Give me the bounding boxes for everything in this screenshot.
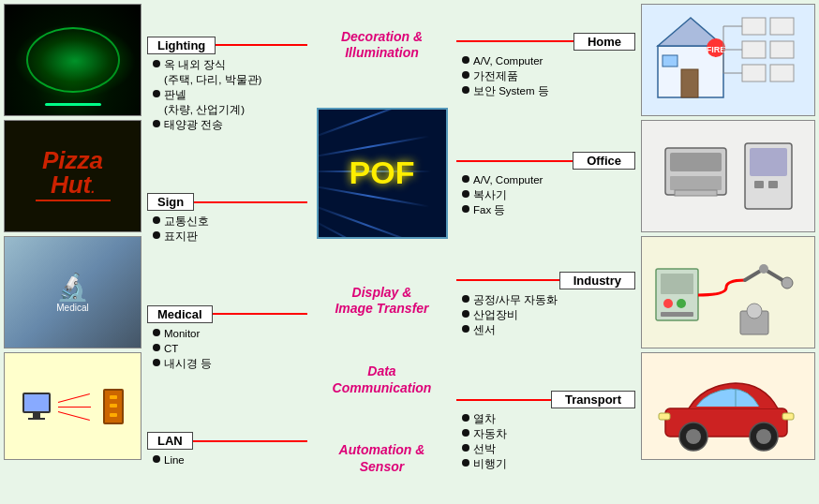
svg-rect-22 (754, 181, 764, 188)
left-categories-column: Lighting 옥 내외 장식 (주택, 다리, 박물관) 판넬 (차량, 산… (145, 0, 309, 504)
bullet-dot (462, 325, 469, 333)
svg-point-32 (782, 277, 793, 289)
fiber-line (317, 203, 424, 239)
bullet-item: 열차 (462, 411, 635, 426)
lan-label: LAN (147, 432, 193, 450)
svg-rect-2 (681, 69, 698, 97)
center-label-automation: Automation &Sensor (339, 442, 425, 475)
transport-image (641, 352, 815, 460)
medical-category: Medical Monitor CT 내시경 등 (147, 305, 307, 371)
office-image (641, 120, 815, 232)
bullet-item: Monitor (153, 326, 307, 341)
office-diagram-svg (651, 125, 806, 228)
svg-rect-6 (742, 18, 766, 35)
bullet-item: 내시경 등 (153, 356, 307, 371)
pizza-hut-image: Pizza Hut. (4, 120, 141, 232)
svg-rect-8 (742, 41, 766, 58)
bullet-item: 보안 System 등 (462, 83, 635, 98)
lan-category: LAN Line (147, 432, 307, 467)
svg-rect-18 (670, 176, 722, 190)
svg-rect-10 (742, 65, 766, 82)
bullet-dot (462, 86, 469, 94)
svg-point-34 (747, 304, 762, 319)
transport-diagram-svg (651, 357, 806, 455)
bullet-item: 가전제품 (462, 68, 635, 83)
medical-image: 🔬 Medical (4, 236, 141, 348)
bullet-dot (153, 90, 160, 97)
bullet-dot (462, 310, 469, 318)
industry-bullets: 공정/사무 자동화 산업장비 센서 (456, 292, 635, 337)
left-images-column: Pizza Hut. 🔬 Medical (0, 0, 145, 504)
bullet-dot (462, 190, 469, 198)
fiber-line (317, 108, 424, 140)
bullet-dot (153, 455, 160, 463)
bullet-item: CT (153, 341, 307, 356)
bullet-item: A/V, Computer (462, 53, 635, 68)
bullet-item: 선박 (462, 441, 635, 456)
bullet-dot (462, 295, 469, 303)
svg-rect-21 (750, 148, 787, 176)
center-label-decoration: Decoration & Illumination (311, 29, 453, 62)
bullet-item: Fax 등 (462, 202, 635, 217)
pof-text: POF (350, 155, 415, 191)
center-column: Decoration & Illumination POF Display &I… (309, 0, 454, 504)
bullet-dot (462, 205, 469, 213)
bullet-item: A/V, Computer (462, 172, 635, 187)
svg-point-38 (686, 429, 701, 444)
bullet-item: 센서 (462, 322, 635, 337)
office-bullets: A/V, Computer 복사기 Fax 등 (456, 172, 635, 217)
bullet-dot (153, 216, 160, 224)
industry-diagram-svg (651, 241, 806, 344)
svg-rect-23 (768, 181, 778, 188)
right-categories-column: Home A/V, Computer 가전제품 보안 System 등 Offi… (454, 0, 637, 504)
industry-category: Industry 공정/사무 자동화 산업장비 센서 (456, 272, 635, 337)
bullet-item: 교통신호 (153, 214, 307, 229)
bullet-dot (462, 429, 469, 437)
lan-bullets: Line (147, 452, 307, 467)
bullet-dot (462, 414, 469, 422)
office-category: Office A/V, Computer 복사기 Fax 등 (456, 152, 635, 217)
bullet-item: 산업장비 (462, 307, 635, 322)
transport-bullets: 열차 자동차 선박 비행기 (456, 411, 635, 471)
transport-category: Transport 열차 자동차 선박 비행기 (456, 391, 635, 471)
lighting-image (4, 4, 141, 116)
lighting-label: Lighting (147, 37, 216, 54)
center-label-data: DataCommunication (333, 363, 432, 396)
home-label: Home (573, 33, 635, 51)
bullet-item: 비행기 (462, 456, 635, 471)
bullet-item: 공정/사무 자동화 (462, 292, 635, 307)
svg-point-26 (663, 299, 673, 308)
bullet-dot (462, 459, 469, 467)
industry-label: Industry (559, 272, 635, 289)
svg-point-40 (756, 429, 771, 444)
main-layout: Pizza Hut. 🔬 Medical (0, 0, 819, 504)
sign-label: Sign (147, 193, 194, 211)
sign-category: Sign 교통신호 표지판 (147, 193, 307, 244)
bullet-dot (153, 359, 160, 366)
bullet-dot (462, 175, 469, 183)
bullet-item: 복사기 (462, 187, 635, 202)
lighting-category: Lighting 옥 내외 장식 (주택, 다리, 박물관) 판넬 (차량, 산… (147, 37, 307, 132)
lan-image (4, 352, 141, 460)
bullet-dot (153, 344, 160, 351)
right-images-column: FIRE (637, 0, 819, 504)
industry-image (641, 236, 815, 348)
bullet-dot (462, 71, 469, 79)
office-label: Office (573, 152, 635, 170)
lighting-bullets: 옥 내외 장식 (주택, 다리, 박물관) 판넬 (차량, 산업기계) 태양광 … (147, 57, 307, 132)
fiber-line (317, 217, 417, 239)
svg-rect-11 (770, 65, 794, 82)
svg-rect-19 (675, 190, 717, 196)
bullet-item: 태양광 전송 (153, 117, 307, 132)
svg-point-27 (677, 299, 686, 308)
home-bullets: A/V, Computer 가전제품 보안 System 등 (456, 53, 635, 98)
svg-rect-42 (659, 413, 670, 420)
medical-bullets: Monitor CT 내시경 등 (147, 326, 307, 371)
sign-bullets: 교통신호 표지판 (147, 214, 307, 244)
svg-rect-7 (770, 18, 794, 35)
bullet-item: 옥 내외 장식 (153, 57, 307, 72)
home-category: Home A/V, Computer 가전제품 보안 System 등 (456, 33, 635, 98)
bullet-dot (153, 60, 160, 67)
svg-rect-17 (670, 153, 722, 171)
bullet-dot (153, 120, 160, 127)
